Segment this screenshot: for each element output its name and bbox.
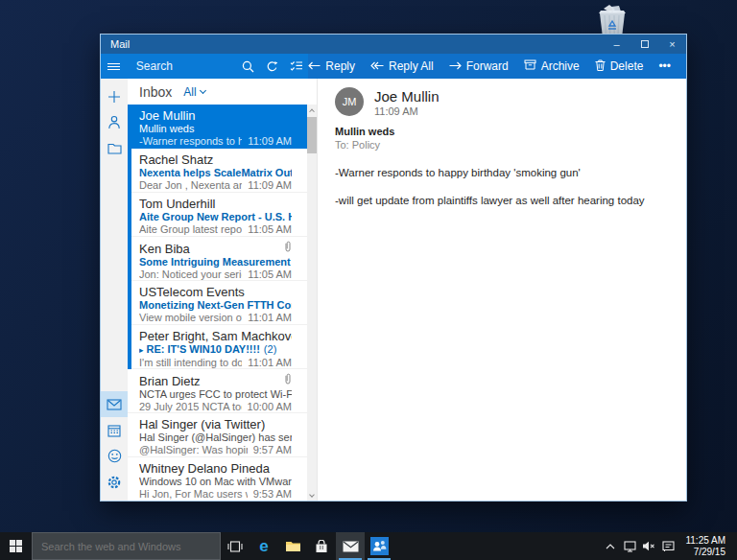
- selection-mode-icon[interactable]: [284, 60, 308, 72]
- folders-button[interactable]: [101, 135, 128, 161]
- reply-button[interactable]: Reply: [308, 59, 355, 73]
- mail-window: Mail – × Search: [100, 34, 687, 502]
- reply-all-arrow-icon: [370, 59, 384, 73]
- recycle-bin-glyph: [599, 5, 626, 37]
- maximize-button[interactable]: [630, 35, 658, 54]
- taskbar-clock[interactable]: 11:25 AM 7/29/15: [678, 535, 733, 558]
- close-button[interactable]: ×: [658, 35, 686, 54]
- file-explorer-button[interactable]: [278, 532, 307, 560]
- attachment-icon: [284, 373, 292, 388]
- mail-icon: [343, 541, 359, 552]
- titlebar[interactable]: Mail – ×: [101, 35, 686, 54]
- list-scrollbar[interactable]: [307, 105, 317, 501]
- archive-icon: [524, 59, 536, 73]
- hamburger-menu-button[interactable]: [101, 54, 127, 79]
- action-center-button[interactable]: [658, 532, 678, 560]
- close-icon: ×: [669, 38, 675, 50]
- network-icon: [623, 541, 637, 552]
- attachment-icon: [284, 241, 292, 256]
- window-controls: – ×: [603, 35, 686, 54]
- email-list-item[interactable]: Brian Dietz NCTA urges FCC to protect Wi…: [128, 369, 317, 413]
- window-title: Mail: [101, 38, 130, 50]
- email-list-item[interactable]: Rachel Shatz Nexenta helps ScaleMatrix O…: [128, 149, 317, 193]
- message-list: Joe Mullin Mullin weds -Warner responds …: [128, 105, 317, 501]
- network-tray-button[interactable]: [620, 532, 639, 560]
- message-subject: Mullin weds: [335, 126, 669, 137]
- thread-count: (2): [264, 343, 276, 355]
- accounts-button[interactable]: [101, 109, 128, 135]
- action-center-icon: [662, 541, 675, 552]
- reply-arrow-icon: [308, 59, 321, 73]
- email-list-item[interactable]: Peter Bright, Sam Machkovec ▸RE: IT'S WI…: [128, 325, 317, 369]
- message-sender: Joe Mullin: [374, 88, 440, 105]
- new-mail-button[interactable]: [101, 83, 128, 109]
- scroll-up-button[interactable]: [307, 105, 317, 116]
- email-list-item[interactable]: Tom Underhill Aite Group New Report - U.…: [128, 193, 317, 237]
- reply-all-button[interactable]: Reply All: [370, 59, 434, 73]
- mail-app-button[interactable]: [336, 532, 365, 560]
- message-body: -Warner responds to happy birthday 'smok…: [335, 167, 669, 206]
- chevron-down-icon: [309, 492, 315, 498]
- speaker-mute-icon: [642, 541, 655, 551]
- more-icon: •••: [658, 59, 671, 73]
- mail-nav-button[interactable]: [101, 391, 128, 417]
- chevron-up-icon: [606, 544, 615, 549]
- email-list-item[interactable]: Hal Singer (via Twitter) Hal Singer (@Ha…: [128, 413, 317, 457]
- search-icon[interactable]: [236, 60, 260, 73]
- start-button[interactable]: [0, 532, 32, 560]
- command-bar: Search Reply Reply All: [101, 54, 686, 79]
- windows-logo-icon: [10, 540, 22, 552]
- maximize-icon: [641, 40, 649, 48]
- avatar: JM: [335, 87, 364, 116]
- delete-button[interactable]: Delete: [595, 59, 644, 74]
- thread-expander-icon[interactable]: ▸: [139, 345, 144, 355]
- people-icon: [370, 537, 389, 555]
- forward-button[interactable]: Forward: [449, 59, 509, 73]
- window-content: Inbox All Joe Mullin Mullin weds -Warner…: [101, 79, 686, 501]
- email-list-item[interactable]: Joe Mullin Mullin weds -Warner responds …: [128, 105, 317, 149]
- calendar-nav-button[interactable]: [101, 417, 128, 443]
- email-list-item[interactable]: USTelecom Events Monetizing Next-Gen FTT…: [128, 281, 317, 325]
- more-button[interactable]: •••: [658, 59, 671, 73]
- minimize-icon: –: [613, 38, 619, 50]
- reading-pane: JM Joe Mullin 11:09 AM Mullin weds To: P…: [318, 79, 686, 501]
- message-recipients: To: Policy: [335, 139, 669, 151]
- taskbar-search-box[interactable]: [32, 532, 221, 560]
- folder-header: Inbox All: [128, 79, 317, 105]
- scroll-down-button[interactable]: [307, 489, 317, 501]
- store-button[interactable]: [307, 532, 336, 560]
- taskbar-search-input[interactable]: [41, 541, 211, 552]
- filter-dropdown[interactable]: All: [183, 85, 204, 99]
- task-view-icon: [227, 541, 243, 552]
- edge-button[interactable]: e: [250, 532, 278, 560]
- tray-overflow-button[interactable]: [601, 532, 620, 560]
- clock-time: 11:25 AM: [678, 535, 725, 547]
- message-list-pane: Inbox All Joe Mullin Mullin weds -Warner…: [128, 79, 318, 501]
- system-tray: 11:25 AM 7/29/15: [601, 532, 737, 560]
- people-app-button[interactable]: [365, 532, 393, 560]
- minimize-button[interactable]: –: [603, 35, 630, 54]
- forward-arrow-icon: [449, 59, 462, 73]
- store-bag-icon: [315, 540, 328, 553]
- volume-tray-button[interactable]: [639, 532, 658, 560]
- edge-icon: e: [259, 538, 268, 554]
- scrollbar-thumb[interactable]: [307, 117, 317, 153]
- task-view-button[interactable]: [221, 532, 250, 560]
- settings-button[interactable]: [101, 469, 128, 495]
- nav-rail: [101, 79, 128, 501]
- hamburger-icon: [107, 63, 120, 64]
- email-list-item[interactable]: Whitney Delano Pineda Windows 10 on Mac …: [128, 457, 317, 501]
- search-input[interactable]: Search: [127, 59, 237, 73]
- taskbar: e 11:25 AM 7/29/15: [0, 532, 737, 560]
- desktop: Mail – × Search: [0, 0, 737, 532]
- message-time: 11:09 AM: [374, 105, 440, 118]
- feedback-button[interactable]: [101, 443, 128, 469]
- archive-button[interactable]: Archive: [524, 59, 580, 73]
- message-actions: Reply Reply All Forward Archive Delete: [308, 54, 686, 79]
- clock-date: 7/29/15: [678, 547, 725, 558]
- search-bar[interactable]: Search: [127, 54, 309, 79]
- trash-icon: [595, 59, 606, 74]
- message-header: JM Joe Mullin 11:09 AM: [335, 87, 669, 118]
- sync-icon[interactable]: [260, 60, 284, 73]
- email-list-item[interactable]: Ken Biba Some Intriguing Measurement Dat…: [128, 237, 317, 281]
